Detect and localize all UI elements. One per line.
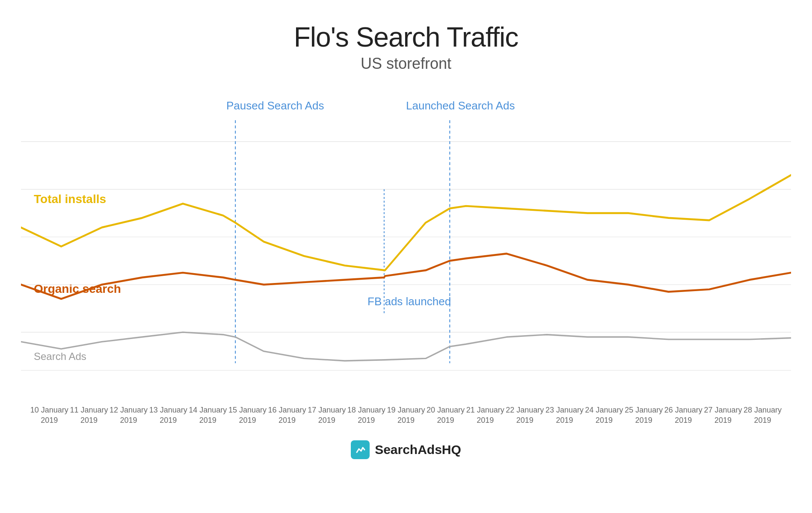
page-header: Flo's Search Traffic US storefront	[294, 21, 519, 73]
page-title: Flo's Search Traffic	[294, 21, 519, 53]
x-label-8: 18 January2019	[347, 405, 386, 425]
x-label-3: 13 January2019	[148, 405, 188, 425]
x-label-11: 21 January2019	[465, 405, 505, 425]
x-label-12: 22 January2019	[505, 405, 545, 425]
x-axis-labels: 10 January201911 January201912 January20…	[30, 405, 782, 425]
x-label-9: 19 January2019	[386, 405, 426, 425]
x-label-6: 16 January2019	[267, 405, 307, 425]
chart-container: Paused Search Ads Launched Search Ads To…	[21, 94, 791, 428]
brand-logo	[351, 440, 370, 459]
x-label-15: 25 January2019	[624, 405, 664, 425]
x-label-16: 26 January2019	[664, 405, 703, 425]
x-label-5: 15 January2019	[228, 405, 267, 425]
x-label-17: 27 January2019	[703, 405, 743, 425]
page-subtitle: US storefront	[294, 55, 519, 73]
x-label-14: 24 January2019	[584, 405, 624, 425]
x-label-2: 12 January2019	[109, 405, 148, 425]
x-label-4: 14 January2019	[188, 405, 228, 425]
x-label-7: 17 January2019	[307, 405, 347, 425]
brand-name: SearchAdsHQ	[375, 442, 461, 457]
chart-svg	[21, 94, 791, 428]
footer: SearchAdsHQ	[351, 440, 461, 459]
x-label-18: 28 January2019	[743, 405, 782, 425]
x-label-10: 20 January2019	[426, 405, 465, 425]
x-label-13: 23 January2019	[545, 405, 584, 425]
x-label-0: 10 January2019	[30, 405, 69, 425]
x-label-1: 11 January2019	[69, 405, 109, 425]
